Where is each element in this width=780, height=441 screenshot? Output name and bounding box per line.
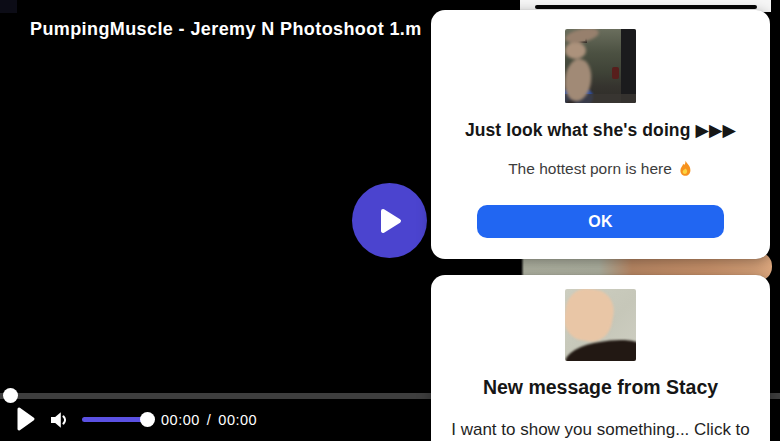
video-title: PumpingMuscle - Jeremy N Photoshoot 1.m bbox=[30, 19, 422, 40]
speaker-icon bbox=[47, 407, 71, 433]
play-icon bbox=[376, 206, 404, 236]
thumbnail-decor bbox=[565, 29, 636, 103]
fire-icon bbox=[678, 160, 693, 178]
thumbnail-decor bbox=[565, 336, 636, 361]
big-play-button[interactable] bbox=[352, 183, 427, 258]
current-time: 00:00 bbox=[161, 412, 200, 428]
volume-button[interactable] bbox=[47, 407, 71, 433]
popup-offer-subtext: The hottest porn is here bbox=[431, 160, 770, 178]
progress-thumb[interactable] bbox=[3, 388, 18, 403]
video-page: PumpingMuscle - Jeremy N Photoshoot 1.m bbox=[0, 0, 780, 441]
popup-message[interactable]: New message from Stacy I want to show yo… bbox=[431, 275, 770, 441]
thumbnail-decor bbox=[565, 289, 617, 345]
thumbnail-decor bbox=[565, 289, 636, 361]
ok-button[interactable]: OK bbox=[477, 205, 724, 238]
webcam-couple-thumbnail-icon[interactable] bbox=[565, 29, 636, 103]
popup-message-heading: New message from Stacy bbox=[431, 376, 770, 399]
thumbnail-decor bbox=[565, 42, 586, 59]
thumbnail-decor bbox=[565, 101, 576, 103]
popup-offer-heading: Just look what she's doing ▶▶▶ bbox=[431, 120, 770, 141]
duration-time: 00:00 bbox=[218, 412, 257, 428]
play-icon bbox=[16, 405, 36, 433]
volume-thumb[interactable] bbox=[140, 412, 155, 427]
volume-slider[interactable] bbox=[82, 417, 148, 422]
popup-message-body: I want to show you something... Click to bbox=[439, 417, 762, 441]
popup-offer: Just look what she's doing ▶▶▶ The hotte… bbox=[431, 10, 770, 259]
stacy-photo-thumbnail-icon[interactable] bbox=[565, 289, 636, 361]
thumbnail-decor bbox=[565, 58, 593, 103]
popup-offer-subtext-label: The hottest porn is here bbox=[508, 160, 672, 178]
play-button[interactable] bbox=[16, 405, 36, 433]
sidebar-divider-bar bbox=[535, 5, 757, 9]
time-display: 00:00 / 00:00 bbox=[161, 412, 257, 428]
time-separator: / bbox=[207, 412, 212, 428]
page-corner-artifact bbox=[0, 0, 17, 13]
player-controls: 00:00 / 00:00 bbox=[0, 402, 430, 441]
